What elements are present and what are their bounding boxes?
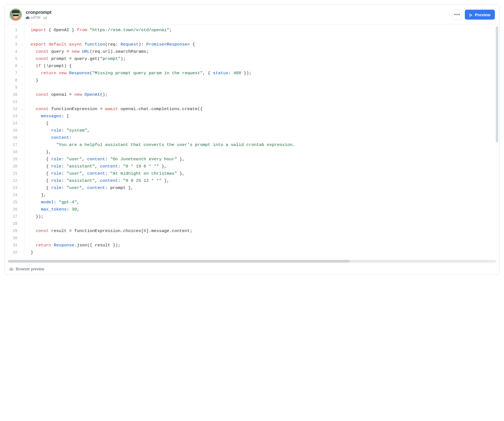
line-number[interactable]: 6⌄ (5, 62, 25, 70)
line-number[interactable]: 30 (5, 235, 25, 242)
footer-browser-preview[interactable]: Browser preview (5, 264, 499, 275)
line-number[interactable]: 1 (5, 26, 25, 34)
chevron-down-icon[interactable]: ⌄ (21, 107, 23, 111)
line-number[interactable]: 31 (5, 242, 25, 249)
horizontal-scrollbar[interactable] (8, 260, 496, 263)
line-number[interactable]: 19 (5, 156, 25, 163)
horizontal-scrollbar-thumb[interactable] (8, 260, 350, 263)
line-number[interactable]: 7 (5, 70, 25, 77)
cloud-icon (26, 16, 30, 19)
footer-label: Browser preview (16, 267, 44, 271)
preview-button[interactable]: Preview (465, 10, 495, 20)
line-number[interactable]: 21 (5, 170, 25, 177)
vertical-scrollbar[interactable] (496, 26, 498, 142)
line-number[interactable]: 8 (5, 77, 25, 84)
code-editor[interactable]: 123⌄456⌄789101112⌄13⌄14⌄1516171819202122… (5, 24, 499, 258)
line-number[interactable]: 5 (5, 55, 25, 62)
line-number[interactable]: 3⌄ (5, 41, 25, 48)
chevron-down-icon[interactable]: ⌄ (21, 114, 23, 118)
line-number[interactable]: 13⌄ (5, 113, 25, 120)
line-number[interactable]: 16 (5, 134, 25, 141)
line-number[interactable]: 26 (5, 206, 25, 213)
line-number[interactable]: 32 (5, 249, 25, 256)
line-number[interactable]: 20 (5, 163, 25, 170)
avatar[interactable] (10, 9, 22, 21)
eye-icon (9, 267, 14, 271)
project-title[interactable]: cronprompt (26, 10, 51, 15)
header: cronprompt HTTP v2 ••• Preview (5, 5, 499, 24)
subtitle-row: HTTP v2 (26, 16, 51, 20)
version-label[interactable]: v2 (43, 16, 47, 20)
svg-point-0 (11, 269, 12, 270)
line-number[interactable]: 18 (5, 148, 25, 156)
line-number[interactable]: 29 (5, 227, 25, 235)
dots-icon: ••• (454, 12, 460, 18)
line-number[interactable]: 9 (5, 84, 25, 91)
line-number[interactable]: 4 (5, 48, 25, 55)
title-column: cronprompt HTTP v2 (26, 10, 51, 20)
line-number[interactable]: 17 (5, 141, 25, 148)
line-number[interactable]: 22 (5, 177, 25, 184)
code-card: cronprompt HTTP v2 ••• Preview (4, 4, 500, 275)
line-number[interactable]: 27 (5, 213, 25, 220)
line-number[interactable]: 23 (5, 184, 25, 191)
chevron-down-icon[interactable]: ⌄ (21, 43, 23, 46)
line-number[interactable]: 28 (5, 220, 25, 227)
more-button[interactable]: ••• (452, 10, 462, 20)
chevron-down-icon[interactable]: ⌄ (21, 64, 23, 68)
chevron-down-icon[interactable]: ⌄ (21, 122, 23, 125)
play-icon (469, 13, 473, 16)
code-content[interactable]: import { OpenAI } from "https://esm.town… (25, 24, 499, 258)
header-actions: ••• Preview (452, 10, 495, 20)
line-number[interactable]: 14⌄ (5, 120, 25, 127)
line-number[interactable]: 24 (5, 191, 25, 199)
line-number[interactable]: 15 (5, 127, 25, 134)
preview-label: Preview (475, 12, 490, 17)
line-number-gutter: 123⌄456⌄789101112⌄13⌄14⌄1516171819202122… (5, 24, 25, 258)
line-number[interactable]: 10 (5, 91, 25, 98)
line-number[interactable]: 25 (5, 199, 25, 206)
type-badge: HTTP (26, 16, 41, 20)
line-number[interactable]: 12⌄ (5, 105, 25, 113)
type-label: HTTP (31, 16, 41, 20)
line-number[interactable]: 2 (5, 34, 25, 41)
line-number[interactable]: 11 (5, 98, 25, 105)
